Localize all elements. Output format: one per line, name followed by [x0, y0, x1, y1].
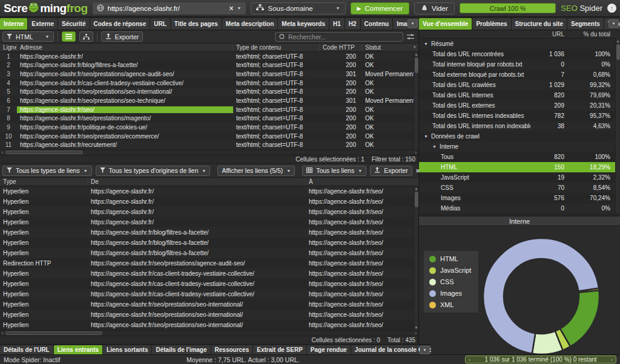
table-row[interactable]: Hyperlienhttps://agence-slashr.fr/https:…: [0, 217, 418, 227]
overview-row-total-interne-bloqu-par-robots-txt[interactable]: Total interne bloqué par robots.txt00%: [419, 59, 620, 70]
legend-item-html[interactable]: HTML: [429, 255, 471, 262]
tab-interne[interactable]: Interne: [0, 18, 28, 30]
table-row[interactable]: Hyperlienhttps://agence-slashr.fr/seo/pr…: [0, 310, 418, 320]
legend-item-javascript[interactable]: JavaScript: [429, 267, 471, 274]
overview-row-javascript[interactable]: JavaScript192,32%: [419, 172, 620, 183]
scroll-up-icon[interactable]: ▲: [415, 52, 418, 57]
filter-dropdown[interactable]: HTML ▼: [2, 31, 54, 42]
tab-overflow-caret[interactable]: ▼: [407, 19, 418, 28]
tab-overflow-caret[interactable]: ▼: [608, 19, 619, 28]
overview-row-r-sum[interactable]: ▼Résumé: [419, 39, 620, 49]
table-row[interactable]: 1https://agence-slashr.fr/text/html; cha…: [0, 52, 418, 61]
legend-item-xml[interactable]: XML: [429, 301, 471, 308]
scroll-right-icon[interactable]: ›: [415, 150, 417, 155]
scroll-right-icon[interactable]: ›: [415, 331, 417, 336]
table-row[interactable]: Hyperlienhttps://agence-slashr.fr/seo/pr…: [0, 299, 418, 310]
table-row[interactable]: 3https://agence-slashr.fr/seo/prestation…: [0, 70, 418, 79]
table-row[interactable]: 2https://agence-slashr.fr/blog/filtres-a…: [0, 61, 418, 70]
overview-row-m-dias[interactable]: Médias00%: [419, 203, 620, 213]
tab-extrait-de-serp[interactable]: Extrait de SERP: [253, 345, 307, 354]
table-row[interactable]: 6https://agence-slashr.fr/seo/prestation…: [0, 96, 418, 105]
chevron-down-icon[interactable]: ▼: [237, 6, 242, 10]
cell-address[interactable]: https://agence-slashr.fr/politique-de-co…: [17, 124, 233, 131]
vertical-scrollbar[interactable]: ▲: [615, 39, 620, 213]
table-row[interactable]: Hyperlienhttps://agence-slashr.fr/blog/f…: [0, 248, 418, 258]
overview-row-donn-es-de-crawl[interactable]: ▼Données de crawl: [419, 131, 620, 141]
overview-row-images[interactable]: Images57670,24%: [419, 193, 620, 203]
table-row[interactable]: Hyperlienhttps://agence-slashr.fr/seo/pr…: [0, 320, 418, 330]
collapse-icon[interactable]: ▼: [424, 42, 428, 46]
tab-probl-mes[interactable]: Problèmes: [472, 18, 511, 30]
scroll-left-icon[interactable]: ‹: [2, 331, 4, 336]
tab-overflow-caret[interactable]: ▼: [420, 346, 430, 354]
overview-row-html[interactable]: HTML15018,29%: [419, 162, 620, 172]
cell-address[interactable]: https://agence-slashr.fr/blog/filtres-a-…: [17, 62, 233, 68]
scroll-up-icon[interactable]: ▲: [616, 39, 620, 44]
scroll-left-icon[interactable]: ‹: [2, 150, 4, 155]
overview-row-interne[interactable]: ▼Interne: [419, 141, 620, 152]
cell-address[interactable]: https://agence-slashr.fr/seo/prestations…: [17, 71, 233, 77]
cell-address[interactable]: https://agence-slashr.fr/cas-client-trad…: [17, 80, 233, 86]
scrollbar-thumb[interactable]: [616, 44, 620, 60]
tab-vue-d-ensemble[interactable]: Vue d'ensemble: [419, 18, 472, 30]
horizontal-scrollbar[interactable]: ‹ ›: [0, 149, 418, 155]
links-filter-tous-les-types-de-liens[interactable]: Tous les types de liens▼: [2, 166, 92, 176]
cell-address[interactable]: https://agence-slashr.fr/seo/prestations…: [17, 88, 233, 95]
export-links-button[interactable]: Exporter: [370, 166, 412, 176]
list-view-button[interactable]: [62, 31, 76, 42]
filter-settings-icon[interactable]: [407, 31, 416, 42]
scroll-up-icon[interactable]: ▲: [415, 186, 418, 191]
overview-row-total-externe-bloqu-par-robots-txt[interactable]: Total externe bloqué par robots.txt70,68…: [419, 70, 620, 80]
table-row[interactable]: 7https://agence-slashr.fr/seo/text/html;…: [0, 105, 418, 114]
clear-url-icon[interactable]: ×: [229, 4, 234, 13]
table-row[interactable]: 9https://agence-slashr.fr/politique-de-c…: [0, 123, 418, 132]
overview-row-total-des-url-internes[interactable]: Total des URL internes82079,69%: [419, 90, 620, 100]
links-filter-tous-les-liens[interactable]: Tous les liens▼: [302, 166, 366, 176]
legend-item-images[interactable]: Images: [429, 290, 471, 297]
scrollbar-thumb[interactable]: [5, 331, 102, 335]
tab-externe[interactable]: Externe: [28, 18, 58, 30]
cell-address[interactable]: https://agence-slashr.fr/seo/: [17, 106, 233, 113]
scroll-right-icon[interactable]: ›: [608, 357, 616, 363]
scrollbar-thumb[interactable]: [415, 192, 418, 207]
table-row[interactable]: 8https://agence-slashr.fr/seo/prestation…: [0, 114, 418, 123]
horizontal-scrollbar[interactable]: ‹ ›: [0, 330, 418, 336]
table-row[interactable]: 10https://agence-slashr.fr/seo/prestatio…: [0, 132, 418, 141]
tab-ressources[interactable]: Ressources: [211, 345, 254, 354]
tab-structure-du-site[interactable]: Structure du site: [512, 18, 567, 30]
crawl-scope-dropdown[interactable]: Sous-domaine ▼: [251, 2, 346, 15]
tab-d-tails-de-l-image[interactable]: Détails de l'image: [152, 345, 211, 354]
links-filter-tous-les-types-d-origines-de-lien[interactable]: Tous les types d'origines de lien▼: [96, 166, 211, 176]
cell-address[interactable]: https://agence-slashr.fr/seo/prestations…: [17, 115, 233, 122]
tab-title-des-pages[interactable]: Title des pages: [171, 18, 222, 30]
table-row[interactable]: Hyperlienhttps://agence-slashr.fr/blog/f…: [0, 238, 418, 248]
table-row[interactable]: Hyperlienhttps://agence-slashr.fr/cas-cl…: [0, 268, 418, 279]
cell-address[interactable]: https://agence-slashr.fr/seo/prestations…: [17, 133, 233, 140]
cell-address[interactable]: https://agence-slashr.fr/recrutement/: [17, 141, 233, 148]
table-row[interactable]: 11https://agence-slashr.fr/recrutement/t…: [0, 140, 418, 149]
tab-d-tails-de-l-url[interactable]: Détails de l'URL: [0, 345, 54, 354]
table-row[interactable]: 4https://agence-slashr.fr/cas-client-tra…: [0, 79, 418, 88]
add-column-icon[interactable]: +: [412, 44, 418, 51]
overview-row-total-des-url-internes-indexables[interactable]: Total des URL internes indexables78295,3…: [419, 111, 620, 121]
tree-view-button[interactable]: [79, 31, 93, 42]
arrow-up-circle-icon[interactable]: ↑: [607, 4, 616, 13]
cell-address[interactable]: https://agence-slashr.fr/: [17, 53, 233, 60]
tab-h1[interactable]: H1: [329, 18, 345, 30]
overview-row-css[interactable]: CSS708,54%: [419, 183, 620, 193]
tab-h2[interactable]: H2: [345, 18, 361, 30]
table-row[interactable]: Hyperlienhttps://agence-slashr.fr/https:…: [0, 197, 418, 207]
table-row[interactable]: Redirection HTTPhttps://agence-slashr.fr…: [0, 258, 418, 268]
export-button[interactable]: Exporter: [101, 31, 143, 42]
table-row[interactable]: Hyperlienhttps://agence-slashr.fr/https:…: [0, 207, 418, 217]
tab-liens-sortants[interactable]: Liens sortants: [103, 345, 152, 354]
scroll-down-icon[interactable]: ▼: [415, 325, 418, 330]
collapse-icon[interactable]: ▼: [424, 134, 428, 138]
tab-meta-description[interactable]: Meta description: [222, 18, 278, 30]
tab-url[interactable]: URL: [150, 18, 171, 30]
table-row[interactable]: 5https://agence-slashr.fr/seo/prestation…: [0, 88, 418, 97]
search-input[interactable]: [288, 33, 399, 41]
scrollbar-thumb[interactable]: [5, 151, 83, 154]
table-row[interactable]: Hyperlienhttps://agence-slashr.fr/https:…: [0, 186, 418, 197]
clear-crawl-button[interactable]: Vider: [414, 2, 455, 15]
